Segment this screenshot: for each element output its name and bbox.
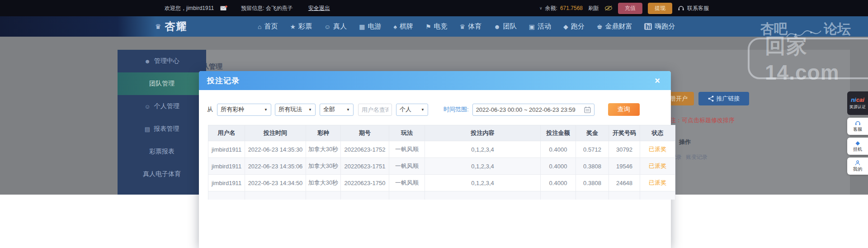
eye-slash-icon[interactable] xyxy=(604,5,613,11)
nav-item-label: 彩票 xyxy=(298,22,312,31)
table-row: jimbird19112022-06-23 14:35:30加拿大30秒2022… xyxy=(208,141,675,158)
nav-item-jinding-wealth[interactable]: ♚金鼎财富 xyxy=(597,22,632,31)
table-header-cell: 投注时间 xyxy=(245,125,306,141)
lottery-type-value: 所有彩种 xyxy=(221,105,244,114)
scope-value: 个人 xyxy=(400,105,411,114)
time-range-input[interactable]: 2022-06-23 00:00 ~ 2022-06-23 23:59 xyxy=(472,104,594,116)
rhino-icon: ◆ xyxy=(563,23,568,30)
scope-select[interactable]: 个人 ▼ xyxy=(396,104,428,116)
table-cell: 0.4000 xyxy=(541,175,576,191)
modal-title: 投注记录 xyxy=(207,76,240,86)
nav-item-sports[interactable]: ♛体育 xyxy=(460,22,482,31)
withdraw-button[interactable]: 提现 xyxy=(648,3,672,14)
nav-item-live-casino[interactable]: ☺真人 xyxy=(324,22,347,31)
table-cell xyxy=(245,191,306,200)
gamepad-icon: ⚑ xyxy=(425,23,431,30)
nav-item-hi-paofen[interactable]: hi嗨跑分 xyxy=(644,22,675,31)
nav-item-home[interactable]: ⌂首页 xyxy=(258,22,278,31)
user-icon xyxy=(855,160,860,166)
time-range-value: 2022-06-23 00:00 ~ 2022-06-23 23:59 xyxy=(476,106,576,113)
nav-item-paofen[interactable]: ◆跑分 xyxy=(563,22,585,31)
calendar-icon xyxy=(584,106,591,113)
crown-icon: ♚ xyxy=(597,23,603,30)
sidebar-item-personal-management[interactable]: ☺个人管理 xyxy=(118,95,206,118)
nav-item-card-games[interactable]: ♠棋牌 xyxy=(394,22,413,31)
mine-widget[interactable]: 我的 xyxy=(847,157,868,175)
sidebar: ☻管理中心团队管理☺个人管理▤报表管理彩票报表真人电子体育 xyxy=(118,50,206,195)
table-cell xyxy=(541,191,576,200)
table-cell: 加拿大30秒 xyxy=(306,175,341,191)
welcome-text: 欢迎您，jimbird1911 xyxy=(165,5,214,12)
query-button[interactable]: 查询 xyxy=(608,103,640,116)
table-cell: 0.4000 xyxy=(541,141,576,158)
nav-item-label: 首页 xyxy=(264,22,278,31)
site-logo[interactable]: ♛ 杏耀 xyxy=(155,16,187,37)
hangup-widget[interactable]: ◆ 挂机 xyxy=(847,138,868,155)
sidebar-item-lottery-report[interactable]: 彩票报表 xyxy=(118,140,206,163)
table-cell: 2022-06-23 14:35:06 xyxy=(245,158,306,175)
logo-text: 杏耀 xyxy=(165,19,187,33)
filter-bar: 从 所有彩种 ▼ 所有玩法 ▼ 全部 ▼ 个人 ▼ 时间范围: xyxy=(207,103,640,116)
table-cell: 20220623-1752 xyxy=(341,141,389,158)
sidebar-item-label: 管理中心 xyxy=(154,57,179,65)
table-cell xyxy=(306,191,341,200)
sidebar-item-report-management[interactable]: ▤报表管理 xyxy=(118,118,206,140)
balance-label: 余额: xyxy=(545,5,557,12)
table-cell: 0,1,2,3,4 xyxy=(425,158,541,175)
share-icon xyxy=(708,95,714,102)
report-icon: ▤ xyxy=(145,126,150,133)
nav-item-slots[interactable]: ▦电游 xyxy=(359,22,381,31)
nav-item-label: 金鼎财富 xyxy=(605,22,632,31)
table-header-cell: 玩法 xyxy=(389,125,425,141)
table-body: jimbird19112022-06-23 14:35:30加拿大30秒2022… xyxy=(208,141,675,200)
table-header-cell: 开奖号码 xyxy=(609,125,640,141)
sidebar-item-label: 团队管理 xyxy=(149,80,175,88)
nav-item-esports[interactable]: ⚑电竞 xyxy=(425,22,448,31)
account-history-link[interactable]: 账变记录 xyxy=(686,153,708,161)
customer-service-widget[interactable]: 客服 xyxy=(847,118,868,135)
refresh-link[interactable]: 刷新 xyxy=(588,5,599,12)
nav-items: ⌂首页★彩票☺真人▦电游♠棋牌⚑电竞♛体育☻团队▣活动◆跑分♚金鼎财富hi嗨跑分 xyxy=(258,16,675,37)
status-value: 全部 xyxy=(323,105,335,114)
sidebar-item-team-management[interactable]: 团队管理 xyxy=(118,72,206,95)
table-cell: 0,1,2,3,4 xyxy=(425,175,541,191)
sidebar-item-live-esports-report[interactable]: 真人电子体育 xyxy=(118,163,206,186)
table-cell: 0.5712 xyxy=(576,141,609,158)
nav-item-lottery[interactable]: ★彩票 xyxy=(290,22,312,31)
nav-item-promotions[interactable]: ▣活动 xyxy=(529,22,551,31)
logout-link[interactable]: 安全退出 xyxy=(308,5,330,12)
contact-service-link[interactable]: 联系客服 xyxy=(687,5,709,12)
play-type-select[interactable]: 所有玩法 ▼ xyxy=(275,104,316,116)
table-cell: 19546 xyxy=(609,158,640,175)
nav-item-label: 团队 xyxy=(503,22,517,31)
balance-collapse-caret[interactable]: ∨ xyxy=(539,6,542,10)
table-cell: 0.3808 xyxy=(576,158,609,175)
message-envelope-icon[interactable] xyxy=(220,5,227,11)
table-cell: 加拿大30秒 xyxy=(306,158,341,175)
topbar-left: 欢迎您，jimbird1911 预留信息: 会飞的燕子 安全退出 xyxy=(165,0,330,16)
hangup-label: 挂机 xyxy=(853,146,862,153)
mine-label: 我的 xyxy=(853,166,862,172)
diamond-icon: ◆ xyxy=(855,140,859,146)
reserved-info: 预留信息: 会飞的燕子 xyxy=(241,5,293,12)
promo-link-button[interactable]: 推广链接 xyxy=(698,92,749,105)
status-select[interactable]: 全部 ▼ xyxy=(320,104,354,116)
user-icon: ☺ xyxy=(144,103,150,110)
modal-close-icon[interactable]: × xyxy=(655,76,660,85)
headset-icon xyxy=(855,120,861,126)
table-cell xyxy=(208,191,245,200)
nav-item-team[interactable]: ☻团队 xyxy=(494,22,517,31)
username-search-input[interactable] xyxy=(358,104,392,116)
lottery-icon: ★ xyxy=(290,23,296,30)
recharge-button[interactable]: 充值 xyxy=(618,3,642,14)
table-row xyxy=(208,191,675,200)
table-header-cell: 彩种 xyxy=(306,125,341,141)
sidebar-item-management-center[interactable]: ☻管理中心 xyxy=(118,50,206,72)
table-cell xyxy=(576,191,609,200)
bet-records-modal: 投注记录 × 从 所有彩种 ▼ 所有玩法 ▼ 全部 ▼ xyxy=(199,71,671,248)
table-cell: 0,1,2,3,4 xyxy=(425,141,541,158)
nav-item-label: 真人 xyxy=(333,22,347,31)
cert-widget[interactable]: nicai 奖源认证 xyxy=(847,91,868,115)
nav-item-label: 跑分 xyxy=(571,22,585,31)
lottery-type-select[interactable]: 所有彩种 ▼ xyxy=(217,104,271,116)
